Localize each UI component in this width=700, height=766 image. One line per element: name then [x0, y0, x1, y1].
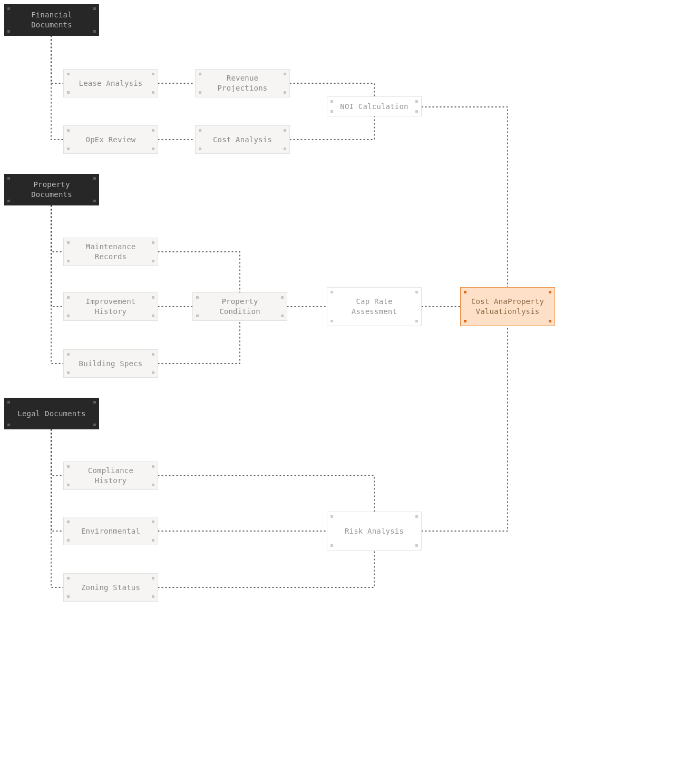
node-label: Environmental: [81, 526, 140, 536]
header-property-documents: Property Documents: [4, 174, 99, 205]
node-lease-analysis: Lease Analysis: [63, 69, 158, 97]
node-label: Lease Analysis: [79, 78, 143, 89]
node-environmental: Environmental: [63, 517, 158, 545]
node-improvement-history: Improvement History: [63, 292, 158, 321]
node-label: Zoning Status: [81, 583, 140, 593]
node-label: Building Specs: [79, 359, 143, 369]
node-zoning-status: Zoning Status: [63, 573, 158, 602]
node-opex-review: OpEx Review: [63, 125, 158, 154]
node-label: Risk Analysis: [345, 526, 404, 536]
node-label: Maintenance Records: [71, 242, 150, 262]
node-label: Cost Analysis: [213, 135, 272, 145]
node-label: Compliance History: [71, 466, 150, 486]
header-legal-documents: Legal Documents: [4, 398, 99, 429]
node-property-valuation: Cost AnaProperty Valuationlysis: [460, 287, 555, 326]
header-label: Property Documents: [12, 180, 92, 200]
header-financial-documents: Financial Documents: [4, 4, 99, 36]
diagram-canvas: .dot { fill:none; stroke:#2b2b2b; stroke…: [0, 0, 700, 766]
node-compliance-history: Compliance History: [63, 461, 158, 490]
node-revenue-projections: Revenue Projections: [195, 69, 290, 97]
node-label: Property Condition: [200, 297, 279, 317]
node-label: Cost AnaProperty Valuationlysis: [468, 297, 547, 317]
node-label: OpEx Review: [86, 135, 136, 145]
node-building-specs: Building Specs: [63, 349, 158, 378]
node-noi-calculation: NOI Calculation: [327, 96, 422, 116]
node-label: Cap Rate Assessment: [335, 297, 414, 317]
node-cap-rate-assessment: Cap Rate Assessment: [327, 287, 422, 326]
node-risk-analysis: Risk Analysis: [327, 512, 422, 551]
node-maintenance-records: Maintenance Records: [63, 238, 158, 266]
node-label: NOI Calculation: [340, 102, 408, 112]
node-property-condition: Property Condition: [192, 292, 287, 321]
header-label: Legal Documents: [17, 409, 85, 419]
header-label: Financial Documents: [12, 10, 92, 30]
node-label: Improvement History: [71, 297, 150, 317]
node-cost-analysis: Cost Analysis: [195, 125, 290, 154]
node-label: Revenue Projections: [203, 73, 282, 93]
